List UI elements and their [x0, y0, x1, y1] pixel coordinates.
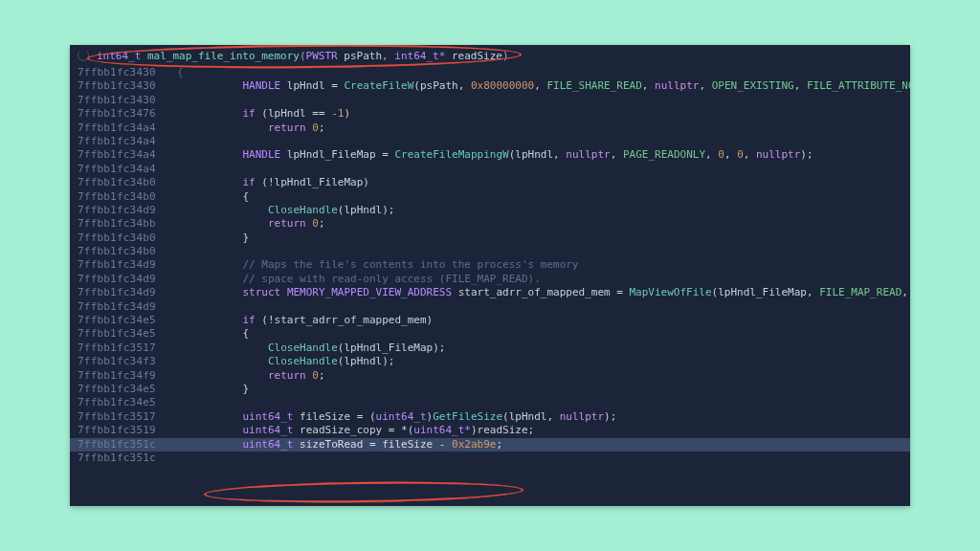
code-token: CreateFileW	[344, 79, 413, 92]
code-token	[141, 50, 147, 62]
code-line[interactable]: 7ffbb1fc34f9 return 0;	[70, 369, 910, 383]
code-line[interactable]: 7ffbb1fc34a4 HANDLE lpHndl_FileMap = Cre…	[70, 148, 910, 162]
code-token: // space with read-only access (FILE_MAP…	[243, 273, 541, 285]
code-line[interactable]: 7ffbb1fc34b0 {	[70, 190, 910, 204]
code-token: int64_t	[97, 50, 141, 62]
address: 7ffbb1fc34a4	[70, 135, 173, 148]
code-token: ;	[319, 369, 325, 382]
code-token: GetFileSize	[433, 410, 502, 423]
code-line[interactable]: 7ffbb1fc3517 CloseHandle(lpHndl_FileMap)…	[70, 342, 910, 355]
code-line[interactable]: 7ffbb1fc351c	[70, 452, 910, 465]
code-token: uint64_t	[243, 438, 294, 451]
code-line[interactable]: 7ffbb1fc34d9 // space with read-only acc…	[70, 273, 910, 286]
code-token: FILE_MAP_READ	[819, 286, 902, 298]
code-token: uint64_t*	[413, 424, 471, 436]
code-token: OPEN_EXISTING	[712, 79, 794, 92]
code-token: ,	[534, 79, 546, 92]
code-token: (lpHndl ==	[256, 107, 331, 120]
code-line[interactable]: 7ffbb1fc34d9	[70, 300, 910, 314]
code-token	[217, 204, 268, 216]
code-token: return	[268, 217, 306, 230]
code-line[interactable]: 7ffbb1fc3476 if (lpHndl == -1)	[70, 107, 910, 121]
code-line[interactable]: 7ffbb1fc351c uint64_t sizeToRead = fileS…	[70, 438, 910, 452]
code-listing[interactable]: 7ffbb1fc3430{7ffbb1fc3430 HANDLE lpHndl …	[70, 66, 910, 465]
code-token: )	[502, 50, 509, 62]
code-token: mal_map_file_into_memory	[147, 50, 300, 62]
code-token: 0	[718, 148, 724, 161]
code-token: (lpHndl_FileMap);	[338, 342, 446, 354]
code-token: (	[300, 50, 306, 62]
address: 7ffbb1fc34b0	[70, 176, 173, 189]
code-line[interactable]: 7ffbb1fc34a4 return 0;	[70, 121, 910, 135]
code-token: start_adrr_of_mapped_mem =	[452, 286, 629, 298]
code-line[interactable]: 7ffbb1fc34b0	[70, 245, 910, 258]
code-text: // space with read-only access (FILE_MAP…	[217, 273, 910, 286]
code-token: ;	[319, 121, 325, 134]
address: 7ffbb1fc34f9	[70, 369, 173, 383]
code-token: ,	[724, 148, 737, 161]
code-token: (!lpHndl_FileMap)	[256, 176, 369, 188]
code-token: ,	[705, 148, 718, 161]
address: 7ffbb1fc34e5	[70, 396, 173, 409]
code-token: 0	[312, 369, 319, 382]
address: 7ffbb1fc34b0	[70, 245, 173, 258]
code-token	[217, 369, 268, 382]
code-line[interactable]: 7ffbb1fc34a4	[70, 135, 910, 148]
code-line[interactable]: 7ffbb1fc3519 uint64_t readSize_copy = *(…	[70, 424, 910, 437]
code-line[interactable]: 7ffbb1fc34d9 CloseHandle(lpHndl);	[70, 204, 910, 217]
code-token: ,	[611, 148, 623, 161]
code-token: CloseHandle	[268, 204, 338, 216]
address: 7ffbb1fc34bb	[70, 217, 173, 231]
code-line[interactable]: 7ffbb1fc34b0 }	[70, 231, 910, 245]
code-line[interactable]: 7ffbb1fc3430	[70, 94, 910, 107]
code-text: return 0;	[217, 121, 910, 135]
code-line[interactable]: 7ffbb1fc34e5 {	[70, 327, 910, 341]
code-token: MEMORY_MAPPED_VIEW_ADDRESS	[287, 286, 452, 298]
code-token: ,	[744, 148, 756, 161]
code-line[interactable]: 7ffbb1fc34bb return 0;	[70, 217, 910, 231]
code-token: 0	[737, 148, 744, 161]
code-token: uint64_t	[243, 410, 294, 423]
address: 7ffbb1fc34d9	[70, 273, 173, 286]
code-text: CloseHandle(lpHndl);	[217, 204, 910, 217]
address: 7ffbb1fc351c	[70, 452, 173, 465]
code-text: if (!lpHndl_FileMap)	[217, 176, 910, 189]
code-line[interactable]: 7ffbb1fc3430 HANDLE lpHndl = CreateFileW…	[70, 79, 910, 93]
code-line[interactable]: 7ffbb1fc34d9 struct MEMORY_MAPPED_VIEW_A…	[70, 286, 910, 299]
code-text: if (lpHndl == -1)	[217, 107, 910, 121]
code-token: HANDLE	[243, 148, 281, 161]
code-text: }	[217, 231, 910, 245]
code-line[interactable]: 7ffbb1fc34b0 if (!lpHndl_FileMap)	[70, 176, 910, 189]
code-line[interactable]: 7ffbb1fc34d9 // Maps the file's contents…	[70, 258, 910, 272]
address: 7ffbb1fc34d9	[70, 300, 173, 314]
code-line[interactable]: 7ffbb1fc34a4	[70, 163, 910, 176]
code-token	[217, 107, 243, 120]
code-token: fileSize = (	[293, 410, 375, 423]
code-token: (lpHndl);	[338, 355, 395, 367]
code-line[interactable]: 7ffbb1fc3517 uint64_t fileSize = (uint64…	[70, 410, 910, 424]
address: 7ffbb1fc3519	[70, 424, 173, 437]
code-text: uint64_t fileSize = (uint64_t)GetFileSiz…	[217, 410, 910, 424]
code-line[interactable]: 7ffbb1fc34e5	[70, 396, 910, 409]
code-token: )	[344, 107, 350, 120]
code-token: CreateFileMappingW	[394, 148, 508, 161]
code-line[interactable]: 7ffbb1fc3430{	[70, 66, 910, 79]
code-token	[217, 79, 243, 92]
code-token	[280, 286, 287, 298]
code-token: ;	[319, 217, 325, 230]
address: 7ffbb1fc34a4	[70, 148, 173, 162]
code-token: lpHndl =	[280, 79, 344, 92]
code-token: readSize	[445, 50, 502, 62]
code-line[interactable]: 7ffbb1fc34e5 }	[70, 383, 910, 396]
function-signature: int64_t mal_map_file_into_memory(PWSTR p…	[97, 50, 509, 62]
code-token: nullptr	[756, 148, 800, 161]
code-token	[217, 148, 243, 161]
code-line[interactable]: 7ffbb1fc34e5 if (!start_adrr_of_mapped_m…	[70, 314, 910, 327]
code-token: (!start_adrr_of_mapped_mem)	[256, 314, 433, 326]
disassembly-listing-panel[interactable]: int64_t mal_map_file_into_memory(PWSTR p…	[70, 45, 910, 506]
annotation-ellipse-bottom	[204, 480, 523, 505]
code-token: 0	[312, 121, 319, 134]
code-line[interactable]: 7ffbb1fc34f3 CloseHandle(lpHndl);	[70, 355, 910, 368]
code-token: if	[243, 107, 256, 120]
code-token	[217, 286, 243, 298]
